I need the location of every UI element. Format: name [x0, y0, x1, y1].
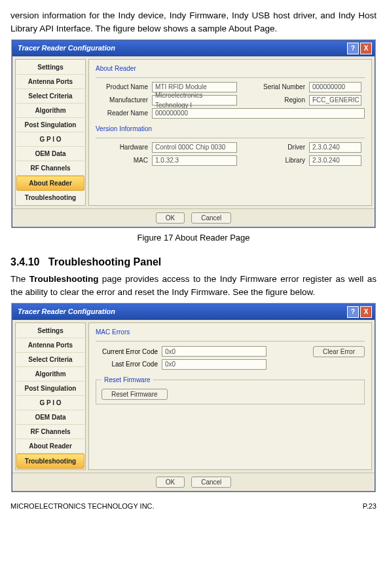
sidebar-item-about-reader[interactable]: About Reader — [16, 439, 84, 454]
para2-bold: Troubleshooting — [29, 274, 99, 284]
manufacturer-field[interactable]: Microelectronics Technology I — [152, 95, 237, 106]
ok-button[interactable]: OK — [156, 212, 185, 224]
para2-pre: The — [10, 274, 29, 284]
sidebar-item-algorithm[interactable]: Algorithm — [16, 104, 84, 118]
footer-right: P.23 — [363, 501, 377, 512]
figure17-caption: Figure 17 About Reader Page — [10, 231, 377, 245]
clear-error-button[interactable]: Clear Error — [313, 346, 365, 357]
reader-name-field[interactable]: 000000000 — [152, 108, 365, 119]
current-error-label: Current Error Code — [96, 347, 158, 357]
driver-field[interactable]: 2.3.0.240 — [309, 142, 361, 153]
dialog-footer: OK Cancel — [12, 208, 375, 227]
reset-firmware-legend: Reset Firmware — [101, 375, 153, 385]
titlebar: Tracer Reader Configuration ? X — [12, 304, 375, 320]
cancel-button[interactable]: Cancel — [191, 477, 231, 488]
last-error-label: Last Error Code — [96, 359, 158, 369]
sidebar-item-select-criteria[interactable]: Select Criteria — [16, 89, 84, 104]
close-button[interactable]: X — [360, 306, 372, 318]
troubleshooting-content: MAC Errors Current Error Code 0x0 Clear … — [88, 323, 372, 470]
window-title: Tracer Reader Configuration — [15, 306, 346, 317]
sidebar-item-rf-channels[interactable]: RF Channels — [16, 425, 84, 439]
about-reader-dialog: Tracer Reader Configuration ? X Settings… — [12, 40, 375, 227]
mac-errors-group-label: MAC Errors — [96, 327, 365, 337]
library-field[interactable]: 2.3.0.240 — [309, 155, 361, 166]
sidebar-item-rf-channels[interactable]: RF Channels — [16, 161, 84, 176]
heading-title: Troubleshooting Panel — [48, 256, 161, 267]
reader-name-label: Reader Name — [96, 108, 148, 118]
sidebar-item-oem-data[interactable]: OEM Data — [16, 410, 84, 425]
sidebar-item-select-criteria[interactable]: Select Criteria — [16, 353, 84, 367]
footer-left: MICROELECTRONICS TECHNOLOGY INC. — [10, 501, 155, 512]
help-button[interactable]: ? — [347, 306, 359, 318]
reset-firmware-group: Reset Firmware Reset Firmware — [96, 375, 365, 404]
heading-number: 3.4.10 — [10, 256, 39, 267]
sidebar-item-antenna-ports[interactable]: Antenna Ports — [16, 75, 84, 89]
reset-firmware-button[interactable]: Reset Firmware — [101, 389, 168, 400]
troubleshooting-dialog: Tracer Reader Configuration ? X Settings… — [12, 304, 375, 492]
close-button[interactable]: X — [360, 43, 372, 54]
region-field[interactable]: FCC_GENERIC — [309, 95, 361, 106]
sidebar-item-gpio[interactable]: G P I O — [16, 132, 84, 147]
ok-button[interactable]: OK — [156, 477, 185, 488]
sidebar: Settings Antenna Ports Select Criteria A… — [15, 323, 86, 470]
sidebar-item-troubleshooting[interactable]: Troubleshooting — [16, 454, 84, 469]
dialog-footer: OK Cancel — [12, 473, 375, 491]
serial-number-label: Serial Number — [253, 82, 305, 92]
sidebar-item-gpio[interactable]: G P I O — [16, 396, 84, 410]
sidebar-item-post-singulation[interactable]: Post Singulation — [16, 118, 84, 132]
section-heading: 3.4.10 Troubleshooting Panel — [10, 254, 377, 270]
sidebar-item-settings[interactable]: Settings — [16, 324, 84, 338]
mac-field[interactable]: 1.0.32.3 — [152, 155, 237, 166]
region-label: Region — [253, 95, 305, 105]
titlebar: Tracer Reader Configuration ? X — [12, 41, 375, 56]
help-button[interactable]: ? — [347, 43, 359, 54]
sidebar-item-oem-data[interactable]: OEM Data — [16, 147, 84, 161]
about-content: About Reader Product Name MTI RFID Modul… — [88, 59, 372, 206]
cancel-button[interactable]: Cancel — [191, 212, 231, 224]
sidebar-item-about-reader[interactable]: About Reader — [16, 176, 84, 191]
sidebar-item-antenna-ports[interactable]: Antenna Ports — [16, 338, 84, 353]
sidebar-item-post-singulation[interactable]: Post Singulation — [16, 382, 84, 396]
product-name-label: Product Name — [96, 82, 148, 92]
window-title: Tracer Reader Configuration — [15, 43, 346, 54]
sidebar: Settings Antenna Ports Select Criteria A… — [15, 59, 86, 206]
page-footer: MICROELECTRONICS TECHNOLOGY INC. P.23 — [10, 501, 377, 512]
sidebar-item-troubleshooting[interactable]: Troubleshooting — [16, 191, 84, 205]
sidebar-item-settings[interactable]: Settings — [16, 60, 84, 75]
intro-paragraph: version information for the Indy device,… — [10, 9, 377, 36]
mac-label: MAC — [96, 155, 148, 165]
about-reader-group-label: About Reader — [96, 64, 365, 73]
last-error-field[interactable]: 0x0 — [162, 359, 267, 370]
troubleshooting-paragraph: The Troubleshooting page provides access… — [10, 273, 377, 300]
hardware-label: Hardware — [96, 142, 148, 152]
library-label: Library — [253, 155, 305, 165]
serial-number-field[interactable]: 000000000 — [309, 82, 361, 92]
sidebar-item-algorithm[interactable]: Algorithm — [16, 367, 84, 382]
version-info-group-label: Version Information — [96, 124, 365, 134]
driver-label: Driver — [253, 142, 305, 152]
current-error-field[interactable]: 0x0 — [162, 346, 267, 357]
hardware-field[interactable]: Control 000C Chip 0030 — [152, 142, 237, 153]
manufacturer-label: Manufacturer — [96, 95, 148, 105]
